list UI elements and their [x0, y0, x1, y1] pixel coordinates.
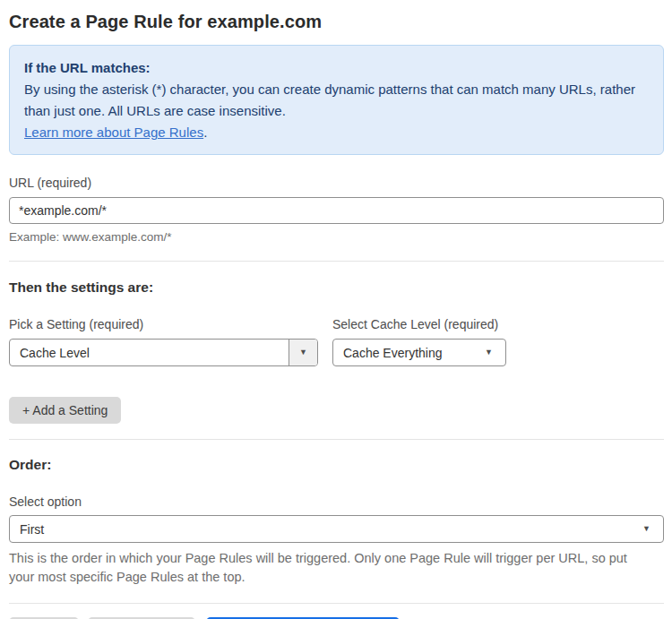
settings-row: Pick a Setting (required) Cache Level ▼ … — [9, 317, 664, 366]
settings-section-heading: Then the settings are: — [9, 279, 664, 296]
add-setting-button[interactable]: + Add a Setting — [9, 397, 121, 424]
dropdown-arrow-icon: ▼ — [485, 348, 493, 357]
info-box-body-text: By using the asterisk (*) character, you… — [24, 82, 635, 118]
dropdown-arrow-icon: ▼ — [299, 348, 307, 357]
setting-picker-label: Pick a Setting (required) — [9, 317, 318, 331]
section-divider — [9, 261, 664, 262]
url-example-helper: Example: www.example.com/* — [9, 230, 664, 244]
cache-level-select-value: Cache Everything — [333, 346, 478, 360]
order-helper-text: This is the order in which your Page Rul… — [9, 549, 654, 587]
section-divider — [9, 439, 664, 440]
cache-level-label: Select Cache Level (required) — [332, 317, 506, 331]
info-box-body: By using the asterisk (*) character, you… — [24, 79, 649, 143]
setting-select-arrow-button[interactable]: ▼ — [289, 340, 317, 365]
url-field-label: URL (required) — [9, 176, 664, 190]
dropdown-arrow-icon: ▼ — [642, 525, 650, 533]
url-match-info-box: If the URL matches: By using the asteris… — [9, 45, 664, 155]
page-title: Create a Page Rule for example.com — [9, 11, 664, 32]
order-select[interactable]: First ▼ — [9, 515, 664, 543]
section-divider — [9, 603, 664, 604]
order-select-arrow-wrap: ▼ — [635, 525, 663, 533]
info-box-heading: If the URL matches: — [24, 57, 649, 79]
order-select-value: First — [10, 522, 635, 537]
learn-more-link[interactable]: Learn more about Page Rules — [24, 125, 203, 140]
create-page-rule-page: Create a Page Rule for example.com If th… — [0, 0, 672, 619]
cache-level-select[interactable]: Cache Everything ▼ — [332, 339, 506, 366]
setting-select[interactable]: Cache Level ▼ — [9, 339, 318, 366]
cache-level-column: Select Cache Level (required) Cache Ever… — [332, 317, 506, 366]
order-select-label: Select option — [9, 494, 664, 509]
setting-select-value: Cache Level — [10, 346, 289, 360]
url-input[interactable] — [9, 197, 664, 224]
order-section-heading: Order: — [9, 457, 664, 473]
link-suffix: . — [203, 125, 207, 140]
cache-level-arrow-wrap: ▼ — [478, 348, 505, 357]
setting-picker-column: Pick a Setting (required) Cache Level ▼ — [9, 317, 318, 366]
